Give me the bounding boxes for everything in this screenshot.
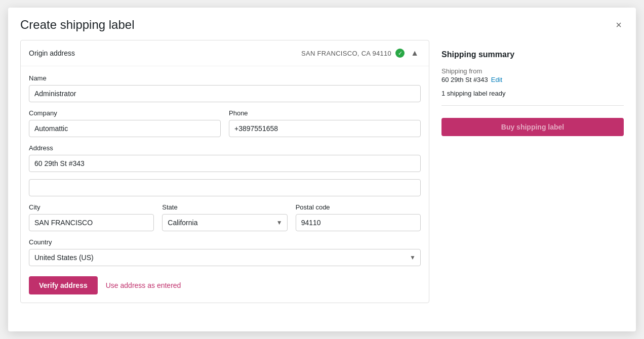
company-field-group: Company <box>29 109 221 137</box>
state-field-group: State California Alabama Alaska Arizona … <box>162 203 287 231</box>
section-body: Name Company Phone <box>21 66 429 303</box>
edit-link[interactable]: Edit <box>491 76 502 83</box>
labels-ready-status: 1 shipping label ready <box>441 90 624 97</box>
city-input[interactable] <box>29 214 154 231</box>
shipping-from-value: 60 29th St #343 Edit <box>441 76 624 83</box>
form-actions: Verify address Use address as entered <box>29 276 421 294</box>
state-label: State <box>162 203 287 211</box>
company-phone-row: Company Phone <box>29 109 421 144</box>
city-field-group: City <box>29 203 154 231</box>
phone-field-group: Phone <box>229 109 421 137</box>
postal-input[interactable] <box>296 214 421 231</box>
collapse-button[interactable]: ▲ <box>409 48 421 59</box>
phone-label: Phone <box>229 109 421 117</box>
country-label: Country <box>29 238 421 246</box>
address1-input[interactable] <box>29 155 421 172</box>
purchase-button[interactable]: Buy shipping label <box>441 118 624 136</box>
city-label: City <box>29 203 154 211</box>
address2-field-group <box>29 179 421 196</box>
verify-address-button[interactable]: Verify address <box>29 276 98 294</box>
country-select-wrapper: United States (US) Canada United Kingdom… <box>29 249 421 266</box>
side-panel: Shipping summary Shipping from 60 29th S… <box>441 40 624 319</box>
modal-title: Create shipping label <box>20 18 134 32</box>
address-label: Address <box>29 144 421 152</box>
address-summary: SAN FRANCISCO, CA 94110 <box>301 50 391 57</box>
postal-label: Postal code <box>296 203 421 211</box>
state-select-wrapper: California Alabama Alaska Arizona ▼ <box>162 214 287 231</box>
city-state-postal-row: City State California Alabama Alaska Ari… <box>29 203 421 238</box>
summary-title: Shipping summary <box>441 50 624 59</box>
country-select[interactable]: United States (US) Canada United Kingdom… <box>29 249 421 266</box>
company-label: Company <box>29 109 221 117</box>
address2-input[interactable] <box>29 179 421 196</box>
close-button[interactable]: × <box>614 18 624 32</box>
shipping-from-address: 60 29th St #343 <box>441 76 488 83</box>
country-field-group: Country United States (US) Canada United… <box>29 238 421 266</box>
name-field-group: Name <box>29 74 421 102</box>
address1-field-group: Address <box>29 144 421 172</box>
shipping-summary: Shipping summary Shipping from 60 29th S… <box>441 40 624 146</box>
section-header: Origin address SAN FRANCISCO, CA 94110 ✓… <box>21 40 429 66</box>
section-header-right: SAN FRANCISCO, CA 94110 ✓ ▲ <box>301 48 421 59</box>
main-panel: Origin address SAN FRANCISCO, CA 94110 ✓… <box>20 40 429 319</box>
name-input[interactable] <box>29 85 421 102</box>
verified-icon: ✓ <box>395 49 405 58</box>
create-shipping-label-modal: Create shipping label × Origin address S… <box>8 8 636 331</box>
shipping-from-label: Shipping from <box>441 67 624 75</box>
postal-field-group: Postal code <box>296 203 421 231</box>
section-title: Origin address <box>29 49 75 57</box>
state-select[interactable]: California Alabama Alaska Arizona <box>162 214 287 231</box>
shipping-from-section: Shipping from 60 29th St #343 Edit <box>441 67 624 83</box>
summary-divider <box>441 105 624 106</box>
phone-input[interactable] <box>229 120 421 137</box>
modal-body: Origin address SAN FRANCISCO, CA 94110 ✓… <box>8 40 636 331</box>
company-input[interactable] <box>29 120 221 137</box>
use-as-entered-button[interactable]: Use address as entered <box>106 281 181 289</box>
origin-address-section: Origin address SAN FRANCISCO, CA 94110 ✓… <box>20 40 429 303</box>
name-label: Name <box>29 74 421 82</box>
modal-header: Create shipping label × <box>8 8 636 40</box>
